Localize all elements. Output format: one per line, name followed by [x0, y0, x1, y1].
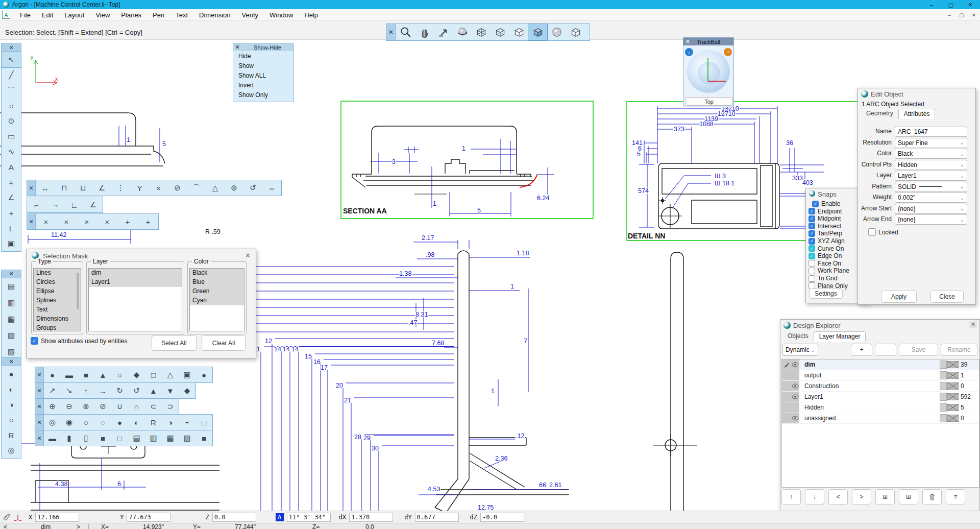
primitives-toolbar-tool-icon[interactable]: ▣: [179, 367, 195, 382]
cylinder-toolbar-tool-icon[interactable]: ○: [78, 415, 94, 430]
close-button[interactable]: ✕: [961, 2, 980, 8]
edit-pencil-icon[interactable]: [782, 381, 791, 391]
plate-toolbar-tool-icon[interactable]: ▬: [44, 430, 61, 446]
primitives-toolbar-tool-icon[interactable]: ▬: [61, 367, 78, 382]
dimension-toolbar-tool-icon[interactable]: Y: [130, 180, 149, 196]
arc-tool[interactable]: ⌒: [2, 83, 21, 98]
coord-input-dx[interactable]: 1.370: [349, 513, 393, 522]
selection-mask-close-icon[interactable]: ✕: [245, 252, 251, 259]
plate-toolbar-tool-icon[interactable]: □: [111, 430, 128, 446]
primitives-toolbar-tool-icon[interactable]: ■: [78, 367, 94, 382]
line-tool[interactable]: ╱: [2, 67, 21, 83]
surface-tool[interactable]: ◎: [2, 443, 21, 458]
show-hide-item-invert[interactable]: Invert: [233, 80, 293, 90]
corner-toolbar-tool-icon[interactable]: ⌐: [27, 197, 46, 212]
menu-layout[interactable]: Layout: [59, 10, 90, 20]
boolean-toolbar-tool-icon[interactable]: ∩: [128, 399, 145, 414]
show-hide-item-show-all[interactable]: Show ALL: [233, 70, 293, 80]
axes-icon[interactable]: [13, 513, 22, 521]
menu-pen[interactable]: Pen: [147, 10, 170, 20]
layer-row-Construction[interactable]: Construction0: [782, 381, 979, 392]
dimension-toolbar-tool-icon[interactable]: ⌒: [187, 180, 206, 196]
point-toolbar-tool-icon[interactable]: +: [117, 214, 138, 229]
snap-checkbox-to-grid[interactable]: [808, 275, 815, 282]
layer-color-swatch[interactable]: [947, 381, 959, 391]
dimension-toolbar-tool-icon[interactable]: ↺: [243, 180, 262, 196]
cylinder-toolbar-tool-icon[interactable]: ◎: [44, 415, 61, 430]
maximize-button[interactable]: ▢: [941, 2, 961, 8]
add-button[interactable]: +: [851, 344, 872, 356]
snap-checkbox-edge-on[interactable]: ✓: [808, 253, 815, 259]
tab-geometry[interactable]: Geometry: [861, 109, 898, 119]
corner-toolbar-tool-icon[interactable]: ¬: [46, 197, 65, 212]
coord-input-z[interactable]: 0.0: [212, 513, 256, 522]
prev-layer-button[interactable]: <: [4, 523, 7, 529]
solid-tools-close-icon[interactable]: ✕: [2, 270, 21, 278]
pattern-dropdown[interactable]: SOLID⌄: [895, 182, 967, 192]
menu-planes[interactable]: Planes: [115, 10, 147, 20]
point-toolbar-tool-icon[interactable]: ×: [36, 214, 56, 229]
minimize-button[interactable]: –: [922, 2, 941, 8]
visibility-eye-icon[interactable]: [791, 359, 799, 370]
add-sublayer-button[interactable]: ⊞: [899, 489, 918, 504]
edit-pencil-icon[interactable]: [782, 413, 791, 423]
show-hide-item-hide[interactable]: Hide: [233, 51, 293, 61]
edit-pencil-icon[interactable]: [782, 402, 791, 413]
coord-input-x[interactable]: 12.166: [35, 513, 79, 522]
extrude-toolbar-tool-icon[interactable]: ↗: [44, 383, 61, 398]
cylinder-toolbar-tool-icon[interactable]: ●: [111, 415, 128, 430]
list-item[interactable]: Black: [190, 269, 244, 278]
snap-checkbox-tan-perp[interactable]: ✓: [808, 230, 815, 237]
menu-view[interactable]: View: [90, 10, 115, 20]
layer-row-Hidden[interactable]: Hidden5: [782, 402, 979, 413]
primitives-toolbar-tool-icon[interactable]: ●: [195, 367, 212, 382]
layer-swatch[interactable]: [939, 413, 947, 423]
list-item[interactable]: Layer1: [89, 278, 182, 287]
boolean-toolbar-tool-icon[interactable]: ⊕: [44, 399, 61, 414]
plate-toolbar-tool-icon[interactable]: ▮: [61, 430, 78, 446]
move-up-button[interactable]: ↑: [781, 489, 801, 504]
boolean-toolbar-tool-icon[interactable]: ⊗: [78, 399, 94, 414]
solid-tool[interactable]: ▥: [2, 295, 21, 311]
plate-toolbar-tool-icon[interactable]: ▥: [145, 430, 162, 446]
next-button[interactable]: >: [852, 489, 871, 504]
boolean-toolbar-tool-icon[interactable]: ⊘: [94, 399, 111, 414]
control-pts-dropdown[interactable]: Hidden⌄: [895, 160, 967, 170]
save-button[interactable]: Save: [899, 344, 938, 356]
text-tool[interactable]: A: [2, 159, 21, 175]
coord-input-a[interactable]: 11° 3' 34": [287, 513, 331, 522]
point-toolbar-tool-icon[interactable]: ×: [77, 214, 97, 229]
spline-tool[interactable]: ∿: [2, 144, 21, 159]
layer-dropdown[interactable]: Layer1⌄: [895, 171, 967, 181]
solid-tool[interactable]: ▧: [2, 327, 21, 344]
dimension-toolbar-tool-icon[interactable]: ↔: [36, 180, 55, 196]
coord-input-y[interactable]: 77.673: [127, 513, 170, 522]
extrude-toolbar-tool-icon[interactable]: ↺: [128, 383, 145, 398]
layer-row-dim[interactable]: dim39: [782, 359, 979, 370]
boolean-toolbar-tool-icon[interactable]: ⊖: [61, 399, 78, 414]
move-down-button[interactable]: ↓: [805, 489, 824, 504]
dimension-toolbar-tool-icon[interactable]: ⇔: [262, 180, 281, 196]
coord-input-dz[interactable]: -0.0: [480, 513, 524, 522]
trackball-camera-button[interactable]: ◔: [724, 48, 732, 56]
name-input[interactable]: ARC_1647: [895, 127, 967, 137]
scrollbar[interactable]: [77, 273, 79, 309]
weight-dropdown[interactable]: 0.002"⌄: [895, 193, 967, 203]
layer-swatch[interactable]: [939, 402, 947, 413]
list-item[interactable]: dim: [89, 269, 182, 278]
layer-swatch[interactable]: [939, 359, 947, 370]
polyline-tool[interactable]: ∠: [2, 190, 21, 205]
dimension-toolbar-tool-icon[interactable]: ×: [149, 180, 168, 196]
layer-color-swatch[interactable]: [947, 402, 959, 413]
cylinder-toolbar-tool-icon[interactable]: □: [195, 415, 212, 430]
design-explorer-close-icon[interactable]: ✕: [969, 321, 977, 328]
boolean-toolbar-tool-icon[interactable]: ∪: [111, 399, 128, 414]
toolbar-close-icon[interactable]: ✕: [386, 24, 396, 40]
primitives-toolbar-tool-icon[interactable]: ●: [44, 367, 61, 382]
visibility-eye-icon[interactable]: [791, 392, 799, 402]
show-hide-item-show[interactable]: Show: [233, 61, 293, 70]
color-dropdown[interactable]: Black⌄: [895, 149, 967, 159]
menu-text[interactable]: Text: [170, 10, 193, 20]
layer-menu-button[interactable]: ≡: [946, 489, 965, 504]
resolution-dropdown[interactable]: Super Fine⌄: [895, 138, 967, 148]
